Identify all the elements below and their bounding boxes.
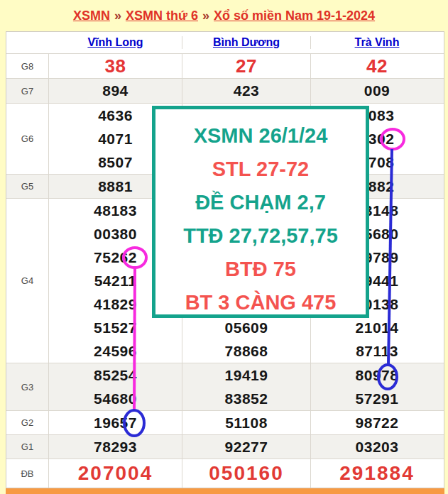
prize-number: 24596 [49, 339, 182, 363]
prize-number: 80978 [311, 363, 443, 387]
column-header-vinh-long: Vĩnh Long [49, 36, 182, 49]
prize-label: G1 [6, 435, 49, 459]
callout-line-title: XSMN 26/1/24 [155, 119, 366, 153]
breadcrumb-link-xsmn[interactable]: XSMN [73, 9, 110, 23]
prize-number: 03203 [311, 435, 443, 459]
province-link-vinh-long[interactable]: Vĩnh Long [87, 36, 143, 49]
prize-number: 38 [49, 54, 182, 78]
callout-line-btd: BTĐ 75 [155, 253, 366, 286]
prize-label: G2 [6, 411, 49, 434]
prize-row-g7: G7 894 423 009 [6, 79, 444, 104]
prize-number: 54680 [49, 387, 182, 410]
prize-number: 51108 [182, 411, 310, 434]
prize-number: 92277 [182, 435, 310, 459]
prize-row-g2: G2 19657 51108 98722 [6, 411, 444, 435]
breadcrumb: XSMN»XSMN thứ 6»Xổ số miền Nam 19-1-2024 [0, 0, 448, 31]
prize-number: 87113 [311, 339, 443, 363]
callout-line-stl: STL 27-72 [155, 153, 366, 186]
prize-row-g1: G1 78293 92277 03203 [6, 435, 444, 459]
prize-label: G3 [6, 363, 49, 410]
province-link-tra-vinh[interactable]: Trà Vinh [355, 36, 400, 49]
callout-line-bt-3-cang: BT 3 CÀNG 475 [155, 286, 366, 319]
prize-number: 423 [182, 79, 310, 103]
prize-number: 27 [182, 54, 310, 78]
prize-label: G5 [6, 175, 49, 198]
table-header-row: Vĩnh Long Bình Dương Trà Vinh [6, 32, 444, 54]
prize-number: 894 [49, 79, 182, 103]
column-header-binh-duong: Bình Dương [182, 36, 311, 49]
prize-number-special: 291884 [311, 459, 443, 488]
prize-label: ĐB [6, 459, 49, 488]
prize-label: G8 [6, 54, 49, 78]
prize-label: G4 [6, 199, 49, 363]
prize-row-g8: G8 38 27 42 [6, 54, 444, 79]
prize-number: 85254 [49, 363, 182, 387]
callout-line-de-cham: ĐỀ CHẠM 2,7 [155, 186, 366, 219]
prize-row-g3: G3 85254 54680 19419 83852 80978 57291 [6, 363, 444, 411]
breadcrumb-separator: » [198, 9, 214, 23]
callout-line-ttd: TTĐ 27,72,57,75 [155, 219, 366, 253]
prize-number: 78868 [182, 339, 310, 363]
column-header-tra-vinh: Trà Vinh [311, 36, 443, 49]
breadcrumb-link-xsmn-date[interactable]: Xổ số miền Nam 19-1-2024 [214, 9, 375, 23]
breadcrumb-separator: » [110, 9, 126, 23]
prize-number: 009 [311, 79, 443, 103]
prize-number: 78293 [49, 435, 182, 459]
prize-number-special: 050160 [182, 459, 310, 488]
prize-number: 19657 [49, 411, 182, 434]
breadcrumb-link-xsmn-thu-6[interactable]: XSMN thứ 6 [126, 9, 198, 23]
prize-number: 42 [311, 54, 443, 78]
prize-row-db: ĐB 207004 050160 291884 [6, 459, 444, 488]
prize-number: 19419 [182, 363, 310, 387]
prize-label: G7 [6, 79, 49, 103]
prize-number: 83852 [182, 387, 310, 410]
prize-label: G6 [6, 104, 49, 174]
prize-number-special: 207004 [49, 459, 182, 488]
prize-number: 98722 [311, 411, 443, 434]
bottom-orange-bar [6, 488, 444, 494]
prize-number: 57291 [311, 387, 443, 410]
province-link-binh-duong[interactable]: Bình Dương [213, 36, 280, 49]
prediction-callout: XSMN 26/1/24 STL 27-72 ĐỀ CHẠM 2,7 TTĐ 2… [152, 106, 369, 318]
